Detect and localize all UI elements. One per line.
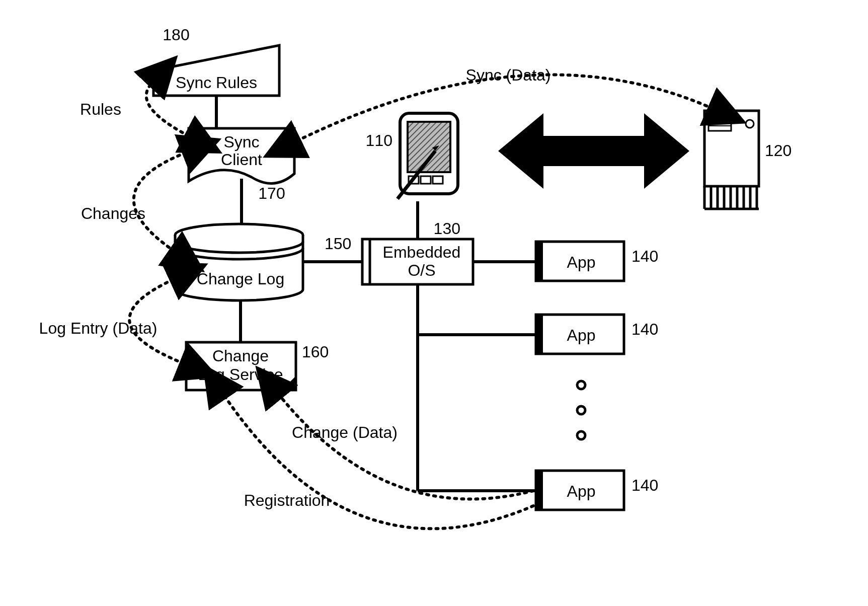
- svg-point-41: [577, 406, 585, 414]
- node-app-2: App 140: [536, 315, 658, 354]
- change-log-svc-id: 160: [302, 343, 329, 361]
- svg-point-25: [746, 120, 754, 128]
- sync-client-label-2: Client: [221, 150, 262, 169]
- app-1-id: 140: [632, 247, 658, 265]
- embedded-os-label-2: O/S: [408, 261, 435, 279]
- svg-rect-44: [536, 471, 543, 510]
- app-2-label: App: [567, 326, 596, 344]
- svg-point-40: [577, 381, 585, 389]
- edge-registration-label: Registration: [244, 491, 330, 509]
- diagram-canvas: 180 Sync Rules Sync Client 170 Change Lo…: [0, 0, 868, 606]
- sync-rules-label: Sync Rules: [176, 73, 257, 92]
- edge-changes-label: Changes: [81, 204, 145, 222]
- svg-rect-22: [708, 117, 731, 131]
- app-3-label: App: [567, 482, 596, 500]
- node-server: 120: [704, 111, 792, 209]
- pda-id: 110: [366, 131, 392, 149]
- embedded-os-id: 130: [434, 219, 460, 238]
- edge-log-entry-label: Log Entry (Data): [39, 319, 157, 337]
- embedded-os-label-1: Embedded: [383, 243, 461, 261]
- svg-rect-18: [421, 176, 431, 184]
- node-app-1: App 140: [536, 242, 658, 281]
- sync-rules-id: 180: [163, 26, 189, 44]
- node-change-log-service: Change Log Service 160: [186, 342, 329, 390]
- change-log-svc-label-2: Log Service: [198, 365, 283, 384]
- svg-rect-19: [433, 176, 443, 184]
- node-sync-rules: 180 Sync Rules: [153, 26, 279, 96]
- svg-rect-37: [536, 242, 543, 281]
- edge-rules-label: Rules: [80, 100, 121, 118]
- sync-client-id: 170: [258, 184, 285, 202]
- change-log-label: Change Log: [197, 270, 284, 288]
- node-pda: 110: [366, 113, 458, 199]
- svg-rect-16: [408, 122, 450, 172]
- big-double-arrow-icon: [498, 113, 689, 189]
- sync-client-label-1: Sync: [223, 133, 259, 151]
- node-app-3: App 140: [536, 471, 658, 510]
- app-2-id: 140: [632, 320, 658, 338]
- change-log-id: 150: [325, 235, 351, 253]
- svg-point-42: [577, 431, 585, 439]
- app-1-label: App: [567, 253, 596, 271]
- change-log-svc-label-1: Change: [212, 347, 269, 365]
- server-id: 120: [765, 141, 792, 160]
- edge-change-data-label: Change (Data): [292, 423, 398, 441]
- svg-rect-39: [536, 315, 543, 354]
- edge-sync-data-label: Sync (Data): [466, 66, 551, 84]
- ellipsis-icon: [577, 381, 585, 439]
- app-3-id: 140: [632, 476, 658, 494]
